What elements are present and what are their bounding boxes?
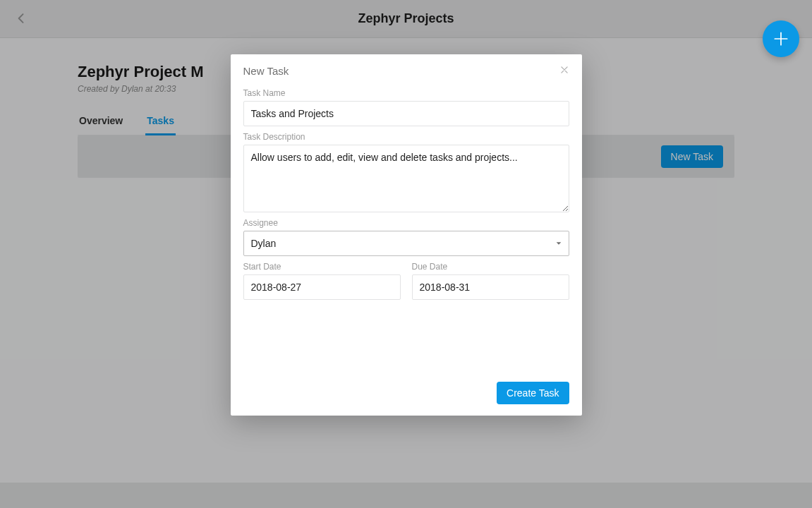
due-date-label: Due Date [412,262,569,272]
modal-footer: Create Task [243,382,569,404]
task-description-label: Task Description [243,132,569,142]
fab-add-button[interactable] [763,20,799,57]
assignee-select-wrap: Dylan [243,231,569,256]
date-row: Start Date Due Date [243,256,569,300]
assignee-select[interactable]: Dylan [243,231,569,256]
modal-header: New Task [243,64,569,77]
modal-title: New Task [243,65,289,77]
start-date-input[interactable] [243,274,401,300]
plus-icon [772,30,790,48]
assignee-label: Assignee [243,218,569,228]
task-name-label: Task Name [243,88,569,98]
new-task-modal: New Task Task Name Task Description Allo… [231,54,582,416]
due-date-input[interactable] [412,274,569,300]
close-icon [559,65,569,75]
task-description-input[interactable]: Allow users to add, edit, view and delet… [243,145,569,212]
create-task-button[interactable]: Create Task [497,382,569,404]
start-date-label: Start Date [243,262,401,272]
task-name-input[interactable] [243,101,569,126]
close-button[interactable] [559,64,569,77]
